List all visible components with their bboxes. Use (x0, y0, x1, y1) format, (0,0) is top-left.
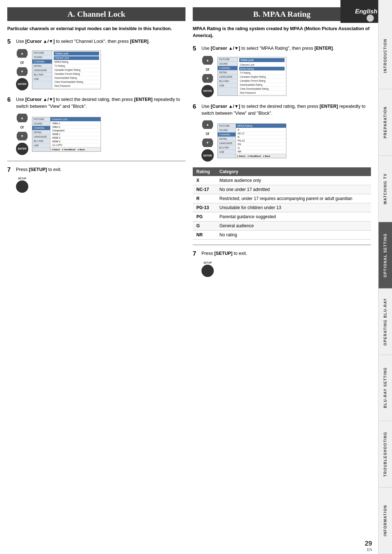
step-b7-text: Press [SETUP] to exit. (201, 250, 247, 257)
remote-b5: or ENTER (201, 56, 214, 97)
screen-b6-usb: USB (218, 150, 236, 154)
sidebar-tab-watching-tv[interactable]: WATCHING TV (379, 156, 392, 222)
screen-b6-g: G (237, 146, 285, 150)
screen-b5-language: LANGUAGE (218, 75, 237, 79)
main-content: A. Channel Lock Particular channels or e… (0, 7, 378, 292)
setup-a-button: SETUP (16, 177, 28, 193)
step-b6-text: Use [Cursor ▲/▼] to select the desired r… (201, 103, 371, 117)
category-r: Restricted; under 17 requires accompanyi… (216, 194, 371, 203)
table-row: PG-13 Unsuitable for children under 13 (193, 203, 371, 212)
setup-b-circle (201, 265, 214, 277)
step-b6: 6 Use [Cursor ▲/▼] to select the desired… (193, 103, 371, 117)
screen-b5-header: Child Lock (239, 58, 285, 62)
step-a6: 6 Use [Cursor ▲/▼] to select the desired… (7, 96, 185, 110)
rating-nc17: NC-17 (193, 185, 216, 194)
table-row: R Restricted; under 17 requires accompan… (193, 194, 371, 203)
remote-a6-up-btn (17, 114, 28, 122)
screen-a6-sidebar: PICTURE SOUND CHANNEL DETAIL LANGUAGE BL… (32, 117, 50, 151)
table-row: NC-17 No one under 17 admitted (193, 185, 371, 194)
rating-table: Rating Category X Mature audience only N… (193, 167, 371, 240)
remote-down-btn (17, 67, 28, 76)
step-a5: 5 Use [Cursor ▲/▼] to select "Channel Lo… (7, 38, 185, 45)
step-b5: 5 Use [Cursor ▲/▼] to select "MPAA Ratin… (193, 45, 371, 52)
remote-a6-enter-btn: ENTER (16, 143, 28, 155)
screen-b5-mock: PICTURE SOUND CHANNEL DETAIL LANGUAGE BL… (217, 57, 286, 96)
screen-b5-item-7: Clear Downloadable Rating (239, 87, 285, 91)
screen-a6-channel: CHANNEL (32, 126, 50, 130)
page-lang: EN (367, 548, 372, 552)
rating-pg13: PG-13 (193, 203, 216, 212)
section-a-title: A. Channel Lock (7, 7, 185, 21)
step-b7: 7 Press [SETUP] to exit. (193, 250, 371, 257)
step-b6-number: 6 (193, 103, 200, 110)
screen-a5-item-8: New Password (54, 84, 99, 88)
screen-a6-content: Channel Lock Video 1 Video 2 Component H… (50, 117, 101, 151)
screen-a6-video1: Video 1 (52, 122, 99, 125)
remote-a6: or ENTER (16, 114, 28, 155)
screen-b5-picture: PICTURE (218, 57, 237, 62)
sidebar-tab-introduction[interactable]: INTRODUCTION (379, 23, 392, 89)
screen-a5-item-2: MPAA Rating (54, 60, 99, 64)
rating-nr: NR (193, 231, 216, 240)
screen-b6-pg: PG (237, 143, 285, 146)
screen-a6-dtv: 11.1 DTV (52, 143, 99, 147)
screen-a6-sound: SOUND (32, 122, 50, 126)
screen-b6-r: R (237, 135, 285, 139)
step-b5-demo: or ENTER PICTURE SOUND CHANNEL DETAIL LA… (201, 56, 371, 97)
sidebar-tab-preparation[interactable]: PREPARATION (379, 89, 392, 156)
screen-a5-sidebar: PICTURE SOUND CHANNEL DETAIL (32, 51, 52, 89)
screen-a6-hdmi3: HDMI 3 (52, 140, 99, 143)
step-b7-number: 7 (193, 250, 200, 257)
screen-row-bluray: BLU RAY (32, 73, 52, 77)
table-row: NR No rating (193, 231, 371, 240)
sidebar-tab-bluray-setting[interactable]: BLU-RAY SETTING (379, 355, 392, 421)
remote-b5-up-btn (202, 56, 213, 65)
table-row: X Mature audience only (193, 176, 371, 185)
screen-b5-detail: DETAIL (218, 70, 237, 75)
decorative-circle (367, 15, 374, 22)
screen-a6-footer: ● Select ● View/Block ● Back (50, 147, 101, 151)
step-a7-number: 7 (7, 166, 15, 174)
step-a5-number: 5 (7, 38, 15, 45)
screen-b6-mock: PICTURE SOUND CHANNEL DETAIL LANGUAGE BL… (217, 123, 286, 158)
remote-up-btn (17, 49, 28, 58)
screen-a5-item-7: Clear Downloadable Rating (54, 80, 99, 84)
divider-a7 (7, 161, 185, 161)
screen-a6-language: LANGUAGE (32, 135, 50, 139)
step-a5-text: Use [Cursor ▲/▼] to select "Channel Lock… (16, 38, 150, 45)
rating-table-header-rating: Rating (193, 167, 216, 176)
screen-row-sound: SOUND (32, 55, 52, 60)
setup-b-button: SETUP (201, 261, 214, 277)
screen-b5-item-6: Downloadable Rating (239, 83, 285, 87)
screen-a6-mock: PICTURE SOUND CHANNEL DETAIL LANGUAGE BL… (32, 117, 101, 152)
remote-a6-or-label: or (20, 125, 24, 130)
divider-b7 (193, 245, 371, 245)
sidebar-tab-operating-bluray[interactable]: OPERATING BLU-RAY (379, 289, 392, 355)
screen-a5-header: Child Lock (54, 52, 99, 56)
sidebar-tab-information[interactable]: INFORMATION (379, 488, 392, 554)
remote-b6-up-btn (202, 120, 213, 129)
screen-row-channel: CHANNEL (32, 60, 52, 64)
sidebar-tab-troubleshooting[interactable]: TROUBLESHOOTING (379, 421, 392, 488)
remote-b5-or-label: or (206, 67, 210, 72)
screen-b5-content: Child Lock Channel Lock MPAA Rating TV R… (238, 57, 286, 95)
screen-a6-list: Video 1 Video 2 Component HDMI 1 HDMI 2 … (50, 121, 101, 147)
step-a6-number: 6 (7, 96, 15, 103)
screen-a5-item-5: Canadian French Rating (54, 72, 99, 76)
rating-x: X (193, 176, 216, 185)
screen-a6-detail: DETAIL (32, 130, 50, 135)
category-pg13: Unsuitable for children under 13 (216, 203, 371, 212)
screen-b6-pg13: PG-13 (237, 139, 285, 143)
screen-b5-channel: CHANNEL (218, 66, 237, 70)
screen-b6-footer: ● Select ● View/Block ● Back (236, 154, 286, 158)
setup-a-row: SETUP (16, 177, 185, 193)
screen-b5-bluray: BLU RAY (218, 79, 237, 83)
screen-b5-item-4: Canadian English Rating (239, 75, 285, 79)
sidebar-tab-optional-setting[interactable]: OPTIONAL SETTING (379, 222, 392, 289)
screen-row-detail: DETAIL (32, 64, 52, 68)
category-x: Mature audience only (216, 176, 371, 185)
screen-a5-item-6: Downloadable Rating (54, 76, 99, 80)
chapter-sidebar: INTRODUCTION PREPARATION WATCHING TV OPT… (378, 0, 392, 554)
remote-b6-down-btn (202, 138, 213, 147)
section-a-channel-lock: A. Channel Lock Particular channels or e… (7, 7, 185, 277)
